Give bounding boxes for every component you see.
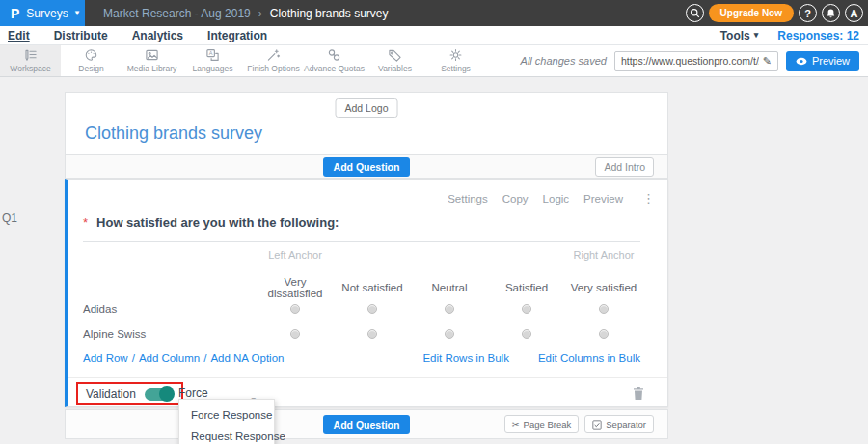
column-header[interactable]: Satisfied	[488, 282, 565, 293]
nav-right: Tools ▾ Responses: 12	[720, 29, 868, 42]
left-anchor-label: Left Anchor	[257, 249, 334, 261]
nav-tab-integration[interactable]: Integration	[207, 29, 267, 42]
radio-button[interactable]	[367, 304, 377, 314]
column-header[interactable]: Not satisfied	[334, 282, 411, 293]
toolbar-item-settings[interactable]: Settings	[425, 45, 486, 76]
palette-icon	[84, 48, 98, 62]
preview-button[interactable]: Preview	[786, 51, 859, 71]
search-button[interactable]	[686, 4, 704, 22]
add-column-link[interactable]: Add Column	[139, 352, 200, 364]
page-break-button[interactable]: ✂ Page Break	[504, 415, 580, 433]
save-status: All changes saved	[521, 55, 607, 67]
checkbox-icon	[592, 420, 602, 430]
question-number-label: Q1	[2, 211, 17, 225]
question-text[interactable]: How satisfied are you with the following…	[96, 215, 339, 230]
question-copy-link[interactable]: Copy	[502, 193, 529, 205]
toolbar-item-finish-options[interactable]: Finish Options	[243, 45, 304, 76]
validation-label: Validation	[86, 387, 136, 401]
separator-button[interactable]: Separator	[584, 415, 654, 433]
product-name: Surveys	[26, 7, 68, 20]
toggle-knob	[159, 386, 175, 402]
survey-title[interactable]: Clothing brands survey	[85, 124, 262, 144]
question-actions: Settings Copy Logic Preview ⋮	[448, 191, 655, 206]
validation-highlight-box: Validation	[76, 382, 183, 405]
radio-button[interactable]	[522, 304, 531, 314]
survey-url-field[interactable]: https://www.questionpro.com/t/APNrFZ ✎	[614, 51, 778, 71]
radio-button[interactable]	[445, 329, 454, 339]
breadcrumb-current-survey[interactable]: Clothing brands survey	[270, 7, 389, 20]
radio-button[interactable]	[522, 329, 531, 339]
eye-icon	[796, 57, 807, 66]
preview-label: Preview	[812, 55, 850, 67]
question-block: Settings Copy Logic Preview ⋮ * How sati…	[65, 179, 668, 407]
toolbar-item-languages[interactable]: A Languages	[182, 45, 243, 76]
slash-separator: /	[132, 352, 135, 364]
anchor-row: Left Anchor Right Anchor	[68, 249, 667, 261]
row-label[interactable]: Alpine Swiss	[68, 328, 257, 340]
radio-button[interactable]	[599, 304, 609, 314]
toolbar-item-advance-quotas[interactable]: Advance Quotas	[304, 45, 365, 76]
editor-toolbar: Workspace Design Media Library A Languag…	[0, 45, 868, 77]
toolbar-item-media-library[interactable]: Media Library	[122, 45, 182, 76]
bulk-edit-links: Edit Rows in Bulk Edit Columns in Bulk	[422, 352, 640, 364]
delete-question-button[interactable]	[633, 386, 644, 404]
question-preview-link[interactable]: Preview	[583, 193, 623, 205]
radio-button[interactable]	[290, 304, 300, 314]
topbar-actions: Upgrade Now ? A	[686, 4, 868, 22]
avatar-letter: A	[851, 8, 858, 19]
question-logic-link[interactable]: Logic	[543, 193, 570, 205]
help-button[interactable]: ?	[799, 4, 817, 22]
row-label[interactable]: Adidas	[68, 303, 257, 315]
translate-icon: A	[205, 48, 220, 62]
add-question-button[interactable]: Add Question	[323, 157, 411, 177]
gear-icon	[448, 48, 463, 62]
toolbar-item-design[interactable]: Design	[61, 45, 122, 76]
column-header[interactable]: Neutral	[411, 282, 488, 293]
notifications-button[interactable]	[822, 4, 840, 22]
product-switcher[interactable]: P Surveys ▾	[0, 0, 85, 26]
edit-url-icon[interactable]: ✎	[763, 55, 772, 68]
top-bar: P Surveys ▾ Market Research - Aug 2019 ›…	[0, 0, 868, 26]
radio-button[interactable]	[367, 329, 377, 339]
validation-footer: Validation Force Response ▾	[68, 377, 667, 406]
add-logo-button[interactable]: Add Logo	[336, 98, 398, 118]
edit-rows-in-bulk-link[interactable]: Edit Rows in Bulk	[422, 352, 508, 364]
survey-editor-app: P Surveys ▾ Market Research - Aug 2019 ›…	[0, 0, 868, 444]
column-header[interactable]: Very dissatisfied	[257, 276, 334, 299]
question-text-row[interactable]: * How satisfied are you with the followi…	[83, 215, 640, 242]
breadcrumb-folder[interactable]: Market Research - Aug 2019	[103, 7, 251, 20]
footer-right-buttons: ✂ Page Break Separator	[504, 415, 654, 433]
right-anchor-label: Right Anchor	[565, 249, 642, 261]
account-avatar[interactable]: A	[845, 4, 863, 22]
survey-url-value[interactable]: https://www.questionpro.com/t/APNrFZ	[621, 55, 759, 67]
toolbar-item-workspace[interactable]: Workspace	[0, 45, 61, 76]
chain-links-icon	[327, 48, 341, 62]
toolbar-item-variables[interactable]: Variables	[365, 45, 425, 76]
upgrade-now-button[interactable]: Upgrade Now	[709, 4, 794, 22]
edit-columns-in-bulk-link[interactable]: Edit Columns in Bulk	[538, 352, 640, 364]
radio-button[interactable]	[599, 329, 609, 339]
add-question-strip: Add Question Add Intro	[65, 155, 668, 179]
add-na-option-link[interactable]: Add NA Option	[210, 352, 284, 364]
question-settings-link[interactable]: Settings	[448, 193, 488, 205]
add-row-link[interactable]: Add Row	[83, 352, 128, 364]
more-options-icon[interactable]: ⋮	[642, 191, 655, 206]
dropdown-option-request-response[interactable]: Request Response	[179, 426, 274, 444]
nav-tab-analytics[interactable]: Analytics	[132, 29, 183, 42]
breadcrumb: Market Research - Aug 2019 › Clothing br…	[103, 7, 388, 20]
column-header[interactable]: Very satisfied	[565, 282, 642, 293]
add-intro-button[interactable]: Add Intro	[595, 157, 654, 177]
tools-menu[interactable]: Tools ▾	[720, 29, 759, 42]
radio-button[interactable]	[290, 329, 300, 339]
nav-tab-edit[interactable]: Edit	[8, 29, 30, 42]
svg-text:A: A	[209, 50, 213, 56]
validation-toggle[interactable]	[145, 388, 174, 401]
dropdown-option-force-response[interactable]: Force Response	[179, 404, 274, 426]
bell-icon	[826, 8, 836, 19]
nav-tab-distribute[interactable]: Distribute	[54, 29, 108, 42]
responses-count-link[interactable]: Responses: 12	[777, 29, 859, 42]
add-question-button[interactable]: Add Question	[323, 415, 411, 434]
chevron-down-icon: ▾	[75, 9, 80, 17]
radio-button[interactable]	[445, 304, 454, 314]
section-nav: Edit Distribute Analytics Integration To…	[0, 26, 868, 45]
